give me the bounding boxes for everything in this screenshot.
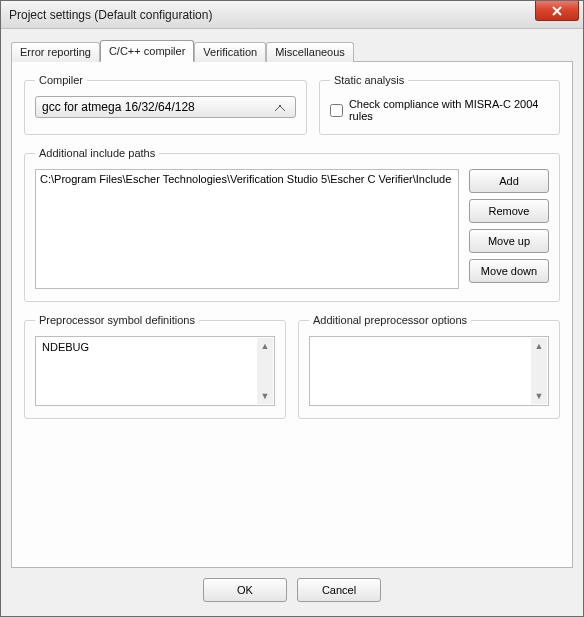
static-analysis-group: Static analysis Check compliance with MI… [319, 74, 560, 135]
compiler-select[interactable]: gcc for atmega 16/32/64/128 [35, 96, 296, 118]
tabstrip: Error reporting C/C++ compiler Verificat… [11, 39, 573, 61]
include-paths-list[interactable]: C:\Program Files\Escher Technologies\Ver… [35, 169, 459, 289]
scroll-up-icon[interactable]: ▲ [257, 338, 273, 354]
move-up-button[interactable]: Move up [469, 229, 549, 253]
dialog-button-row: OK Cancel [11, 568, 573, 608]
static-analysis-legend: Static analysis [330, 74, 408, 86]
scrollbar[interactable]: ▲ ▼ [257, 338, 273, 404]
tabpage-cpp-compiler: Compiler gcc for atmega 16/32/64/128 Sta… [11, 61, 573, 568]
add-button[interactable]: Add [469, 169, 549, 193]
client-area: Error reporting C/C++ compiler Verificat… [1, 29, 583, 616]
preprocessor-defs-value: NDEBUG [42, 341, 256, 353]
ok-button[interactable]: OK [203, 578, 287, 602]
compiler-group: Compiler gcc for atmega 16/32/64/128 [24, 74, 307, 135]
preprocessor-opts-input[interactable]: ▲ ▼ [309, 336, 549, 406]
remove-button[interactable]: Remove [469, 199, 549, 223]
misra-label: Check compliance with MISRA-C 2004 rules [349, 98, 549, 122]
scroll-down-icon[interactable]: ▼ [257, 388, 273, 404]
tab-cpp-compiler[interactable]: C/C++ compiler [100, 40, 194, 62]
dialog-window: Project settings (Default configuration)… [0, 0, 584, 617]
preprocessor-defs-group: Preprocessor symbol definitions NDEBUG ▲… [24, 314, 286, 419]
scroll-down-icon[interactable]: ▼ [531, 388, 547, 404]
preprocessor-defs-legend: Preprocessor symbol definitions [35, 314, 199, 326]
cancel-button[interactable]: Cancel [297, 578, 381, 602]
window-title: Project settings (Default configuration) [9, 8, 212, 22]
close-icon [552, 6, 562, 16]
preprocessor-opts-group: Additional preprocessor options ▲ ▼ [298, 314, 560, 419]
tab-error-reporting[interactable]: Error reporting [11, 42, 100, 62]
scroll-up-icon[interactable]: ▲ [531, 338, 547, 354]
include-paths-buttons: Add Remove Move up Move down [469, 169, 549, 289]
compiler-legend: Compiler [35, 74, 87, 86]
misra-checkbox[interactable] [330, 104, 343, 117]
scrollbar[interactable]: ▲ ▼ [531, 338, 547, 404]
include-paths-legend: Additional include paths [35, 147, 159, 159]
titlebar[interactable]: Project settings (Default configuration) [1, 1, 583, 29]
tab-verification[interactable]: Verification [194, 42, 266, 62]
include-paths-group: Additional include paths C:\Program File… [24, 147, 560, 302]
preprocessor-defs-input[interactable]: NDEBUG ▲ ▼ [35, 336, 275, 406]
close-button[interactable] [535, 1, 579, 21]
preprocessor-opts-legend: Additional preprocessor options [309, 314, 471, 326]
move-down-button[interactable]: Move down [469, 259, 549, 283]
tab-miscellaneous[interactable]: Miscellaneous [266, 42, 354, 62]
list-item[interactable]: C:\Program Files\Escher Technologies\Ver… [40, 172, 454, 186]
misra-row[interactable]: Check compliance with MISRA-C 2004 rules [330, 96, 549, 122]
